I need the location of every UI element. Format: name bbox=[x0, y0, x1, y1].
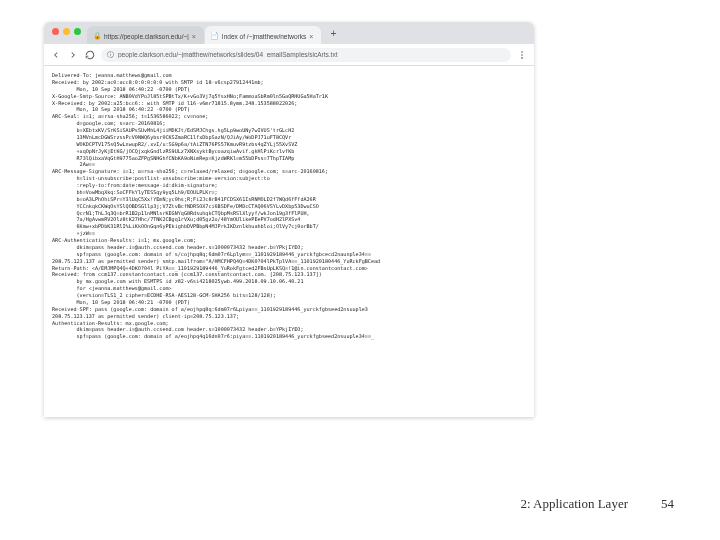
minimize-icon[interactable] bbox=[63, 28, 70, 35]
tab-label: https://people.clarkson.edu/~j bbox=[104, 33, 189, 40]
page-viewport: Delivered-To: jeanna.matthews@gmail.com … bbox=[44, 66, 534, 417]
url-text: people.clarkson.edu/~jmatthew/networks/s… bbox=[118, 51, 505, 58]
email-headers-text: Delivered-To: jeanna.matthews@gmail.com … bbox=[52, 72, 526, 340]
close-icon[interactable]: × bbox=[192, 33, 196, 40]
slide-number: 54 bbox=[661, 496, 674, 512]
tab-people-clarkson[interactable]: 🔒 https://people.clarkson.edu/~j × bbox=[87, 26, 204, 44]
window-controls bbox=[50, 28, 87, 39]
tab-index-networks[interactable]: 📄 Index of /~jmatthew/networks × bbox=[205, 26, 321, 44]
reload-button[interactable] bbox=[84, 49, 96, 61]
toolbar: ⓘ people.clarkson.edu/~jmatthew/networks… bbox=[44, 44, 534, 66]
address-bar[interactable]: ⓘ people.clarkson.edu/~jmatthew/networks… bbox=[101, 48, 511, 62]
svg-point-1 bbox=[521, 54, 523, 56]
slide-footer-label: 2: Application Layer bbox=[520, 496, 628, 512]
svg-point-0 bbox=[521, 51, 523, 53]
page-icon: 📄 bbox=[211, 32, 219, 40]
tab-bar: 🔒 https://people.clarkson.edu/~j × 📄 Ind… bbox=[44, 22, 534, 44]
forward-button[interactable] bbox=[67, 49, 79, 61]
browser-window: 🔒 https://people.clarkson.edu/~j × 📄 Ind… bbox=[44, 22, 534, 417]
new-tab-button[interactable]: + bbox=[326, 26, 340, 40]
not-secure-icon: ⓘ bbox=[107, 50, 114, 60]
secure-icon: 🔒 bbox=[93, 32, 101, 40]
close-icon[interactable]: × bbox=[309, 33, 313, 40]
menu-button[interactable] bbox=[516, 49, 528, 61]
close-icon[interactable] bbox=[52, 28, 59, 35]
tab-label: Index of /~jmatthew/networks bbox=[222, 33, 306, 40]
svg-point-2 bbox=[521, 57, 523, 59]
maximize-icon[interactable] bbox=[74, 28, 81, 35]
back-button[interactable] bbox=[50, 49, 62, 61]
